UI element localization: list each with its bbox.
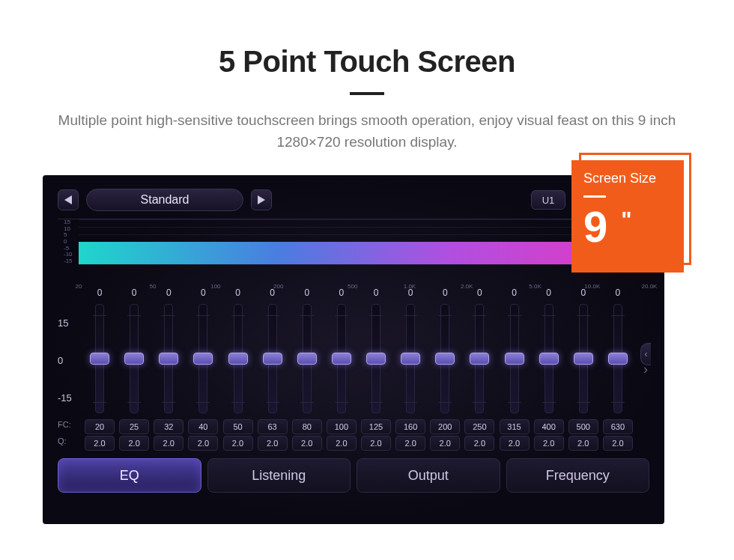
eq-band: 0 32 2.0 xyxy=(152,287,185,451)
band-value: 0 xyxy=(512,287,517,302)
band-q[interactable]: 2.0 xyxy=(361,436,391,451)
band-fc[interactable]: 32 xyxy=(154,419,184,434)
slider-knob[interactable] xyxy=(228,353,248,365)
band-fc[interactable]: 200 xyxy=(430,419,460,434)
slider-knob[interactable] xyxy=(539,353,559,365)
band-q[interactable]: 2.0 xyxy=(568,436,598,451)
y-tick: 0 xyxy=(64,239,73,245)
band-fc[interactable]: 500 xyxy=(568,419,598,434)
preset-next-button[interactable] xyxy=(251,189,272,210)
slider-knob[interactable] xyxy=(574,353,593,365)
slider-knob[interactable] xyxy=(193,353,213,365)
band-slider[interactable] xyxy=(198,304,207,413)
slider-knob[interactable] xyxy=(297,353,317,365)
badge-number: 9 xyxy=(583,205,607,249)
band-slider[interactable] xyxy=(95,304,104,413)
band-slider[interactable] xyxy=(234,304,243,413)
band-fc[interactable]: 630 xyxy=(603,419,633,434)
eq-band: 0 40 2.0 xyxy=(186,287,219,451)
spectrum-y-labels: 15 10 5 0 -5 -10 -15 xyxy=(64,219,73,264)
band-fc[interactable]: 25 xyxy=(119,419,149,434)
band-slider[interactable] xyxy=(545,304,553,413)
band-slider[interactable] xyxy=(268,304,277,413)
tab-eq[interactable]: EQ xyxy=(58,458,201,493)
band-value: 0 xyxy=(270,287,275,302)
band-q[interactable]: 2.0 xyxy=(500,436,530,451)
eq-band: 0 100 2.0 xyxy=(325,287,358,451)
band-slider[interactable] xyxy=(579,304,588,413)
tab-listening[interactable]: Listening xyxy=(207,458,351,493)
band-q[interactable]: 2.0 xyxy=(534,436,564,451)
spectrum-fill xyxy=(79,242,649,264)
band-slider[interactable] xyxy=(475,304,484,413)
band-slider[interactable] xyxy=(613,304,622,413)
band-fc[interactable]: 250 xyxy=(464,419,494,434)
scroll-right-button[interactable]: › xyxy=(643,362,648,377)
band-q[interactable]: 2.0 xyxy=(430,436,460,451)
badge-value: 9 " xyxy=(583,205,672,249)
band-fc[interactable]: 315 xyxy=(500,419,530,434)
eq-band: 0 25 2.0 xyxy=(118,287,151,451)
slider-knob[interactable] xyxy=(505,353,524,365)
band-slider[interactable] xyxy=(510,304,519,413)
band-fc[interactable]: 50 xyxy=(223,419,253,434)
eq-band: 0 160 2.0 xyxy=(394,287,427,451)
band-slider[interactable] xyxy=(440,304,449,413)
band-slider[interactable] xyxy=(406,304,415,413)
preset-prev-button[interactable] xyxy=(58,189,79,210)
badge-label: Screen Size xyxy=(583,171,672,186)
db-label: 15 xyxy=(58,304,83,341)
band-value: 0 xyxy=(616,287,621,302)
svg-marker-1 xyxy=(258,195,265,204)
band-slider[interactable] xyxy=(303,304,312,413)
band-value: 0 xyxy=(477,287,482,302)
eq-band: 0 63 2.0 xyxy=(256,287,289,451)
band-q[interactable]: 2.0 xyxy=(327,436,357,451)
band-q[interactable]: 2.0 xyxy=(292,436,322,451)
eq-band: 0 200 2.0 xyxy=(428,287,461,451)
band-q[interactable]: 2.0 xyxy=(603,436,633,451)
band-value: 0 xyxy=(374,287,379,302)
slider-knob[interactable] xyxy=(159,353,178,365)
slider-knob[interactable] xyxy=(90,353,109,365)
slider-knob[interactable] xyxy=(332,353,351,365)
band-q[interactable]: 2.0 xyxy=(464,436,494,451)
user-preset-1-button[interactable]: U1 xyxy=(531,190,565,210)
band-slider[interactable] xyxy=(337,304,346,413)
slider-knob[interactable] xyxy=(124,353,144,365)
band-q[interactable]: 2.0 xyxy=(85,436,115,451)
band-q[interactable]: 2.0 xyxy=(395,436,425,451)
band-value: 0 xyxy=(339,287,345,302)
eq-band: 0 80 2.0 xyxy=(291,287,324,451)
band-slider[interactable] xyxy=(130,304,139,413)
band-fc[interactable]: 100 xyxy=(327,419,357,434)
slider-knob[interactable] xyxy=(263,353,282,365)
slider-knob[interactable] xyxy=(608,353,628,365)
tab-output[interactable]: Output xyxy=(357,458,500,493)
slider-knob[interactable] xyxy=(401,353,420,365)
eq-band: 0 250 2.0 xyxy=(463,287,496,451)
fc-label: FC: xyxy=(58,416,83,433)
preset-name[interactable]: Standard xyxy=(86,189,243,211)
slider-knob[interactable] xyxy=(366,353,386,365)
band-q[interactable]: 2.0 xyxy=(258,436,288,451)
band-q[interactable]: 2.0 xyxy=(154,436,184,451)
band-q[interactable]: 2.0 xyxy=(223,436,253,451)
eq-band: 0 125 2.0 xyxy=(360,287,392,451)
band-q[interactable]: 2.0 xyxy=(119,436,149,451)
band-q[interactable]: 2.0 xyxy=(188,436,218,451)
slider-knob[interactable] xyxy=(435,353,455,365)
tab-frequency[interactable]: Frequency xyxy=(506,458,650,493)
band-fc[interactable]: 400 xyxy=(534,419,564,434)
band-slider[interactable] xyxy=(371,304,380,413)
band-fc[interactable]: 20 xyxy=(85,419,115,434)
band-slider[interactable] xyxy=(164,304,173,413)
band-value: 0 xyxy=(580,287,586,302)
band-fc[interactable]: 125 xyxy=(361,419,391,434)
eq-band: 0 400 2.0 xyxy=(533,287,565,451)
band-fc[interactable]: 160 xyxy=(395,419,425,434)
slider-knob[interactable] xyxy=(470,353,489,365)
band-fc[interactable]: 80 xyxy=(292,419,322,434)
band-fc[interactable]: 40 xyxy=(188,419,218,434)
band-fc[interactable]: 63 xyxy=(258,419,288,434)
